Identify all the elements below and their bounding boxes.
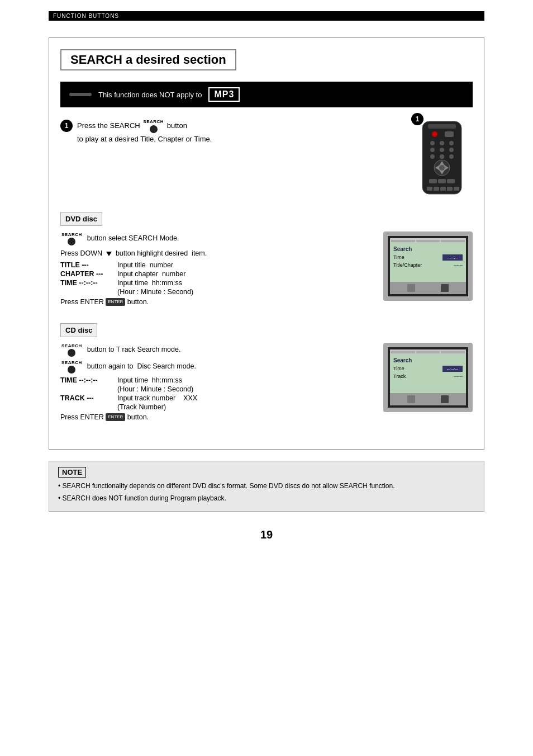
dvd-chapter-row: CHAPTER --- Input chapter number: [60, 270, 370, 278]
svg-point-7: [430, 148, 435, 152]
svg-point-12: [449, 154, 454, 159]
cd-enter-row: Press ENTER ENTER button.: [60, 412, 370, 423]
dvd-label: DVD disc: [60, 212, 102, 226]
note-item-2: • SEARCH does NOT function during Progra…: [58, 493, 475, 503]
mp3-notice-icon: [69, 93, 92, 96]
cd-enter-icon: ENTER: [106, 413, 125, 421]
cd-screen-time-row: Time --:--:--: [393, 366, 463, 372]
note-label: NOTE: [58, 467, 86, 478]
enter-icon: ENTER: [106, 298, 125, 306]
dvd-screen-time-row: Time --:--:--: [393, 254, 463, 261]
dvd-tv-screen: Search Time --:--:-- Title/Chapter -----…: [390, 243, 466, 282]
dvd-search-icon: [68, 238, 75, 245]
dvd-row: SEARCH button select SEARCH Mode. Press …: [60, 231, 473, 310]
cd-label: CD disc: [60, 323, 97, 337]
dvd-info: SEARCH button select SEARCH Mode. Press …: [60, 231, 370, 310]
cd-tv-ctrl-left: [407, 395, 415, 403]
cd-line1: SEARCH button to T rack Search mode.: [60, 343, 370, 357]
section-title: SEARCH a desired section: [60, 49, 236, 70]
cd-search-wrap2: SEARCH: [61, 360, 82, 374]
cd-tv-ctrl-right: [441, 395, 449, 403]
step1-row: 1 Press the SEARCH SEARCH button to play…: [60, 119, 473, 199]
cd-info: SEARCH button to T rack Search mode. SEA…: [60, 343, 370, 425]
dvd-section: DVD disc SEARCH button select SEARCH Mod…: [60, 212, 473, 310]
remote-control-image: 1: [417, 119, 473, 199]
dvd-screen: Search Time --:--:-- Title/Chapter -----…: [383, 231, 473, 301]
cd-search-icon1: [68, 349, 75, 357]
svg-point-9: [449, 148, 454, 152]
header-bar: FUNCTION BUTTONS: [49, 11, 484, 21]
svg-rect-24: [440, 187, 446, 191]
dvd-enter-row: Press ENTER ENTER button.: [60, 297, 370, 308]
cd-search-icon2: [68, 366, 75, 374]
down-arrow-icon: [106, 252, 112, 256]
search-button-icon1: [150, 125, 158, 133]
tv-ctrl-left: [407, 284, 415, 292]
step1-circle: 1: [60, 120, 73, 132]
page-number: 19: [260, 528, 273, 541]
svg-point-5: [440, 141, 444, 145]
svg-rect-1: [428, 124, 456, 129]
remote-step-badge: 1: [411, 113, 423, 125]
svg-rect-19: [429, 179, 437, 183]
header-label: FUNCTION BUTTONS: [53, 13, 119, 19]
svg-point-8: [440, 148, 444, 152]
dvd-line2: Press DOWN button highlight desired item…: [60, 248, 370, 259]
cd-track-note-row: (Track Number): [60, 403, 370, 411]
cd-line2: SEARCH button again to Disc Search mode.: [60, 360, 370, 374]
dvd-tv-frame: Search Time --:--:-- Title/Chapter -----…: [383, 231, 473, 301]
cd-screen: Search Time --:--:-- Track ------: [383, 343, 473, 412]
svg-point-6: [449, 141, 454, 145]
dvd-time-row: TIME --:--:-- Input time hh:mm:ss: [60, 279, 370, 287]
svg-rect-22: [427, 187, 432, 191]
svg-point-4: [430, 141, 435, 145]
svg-point-2: [432, 131, 437, 137]
dvd-screen-title: Search: [393, 246, 463, 252]
cd-tv-frame: Search Time --:--:-- Track ------: [383, 343, 473, 412]
svg-rect-3: [445, 131, 454, 137]
svg-rect-25: [447, 187, 453, 191]
cd-time-row: TIME --:--:-- Input time hh:mm:ss: [60, 376, 370, 384]
mp3-badge: MP3: [208, 87, 240, 102]
step1-text: Press the SEARCH SEARCH button to play a…: [77, 119, 406, 145]
svg-rect-26: [454, 187, 459, 191]
cd-screen-track-row: Track ------: [393, 374, 463, 379]
note-section: NOTE • SEARCH functionality depends on d…: [49, 461, 484, 512]
dvd-title-row: TITLE --- Input title number: [60, 261, 370, 269]
remote-svg: [417, 119, 467, 197]
svg-rect-20: [438, 179, 446, 183]
cd-tv-screen: Search Time --:--:-- Track ------: [390, 354, 466, 393]
note-item-1: • SEARCH functionality depends on differ…: [58, 481, 475, 491]
step1-line2: to play at a desired Title, Chapter or T…: [77, 135, 212, 143]
cd-section: CD disc SEARCH button to T rack Search m…: [60, 323, 473, 425]
step1-line1: Press the SEARCH SEARCH button: [77, 121, 187, 130]
svg-point-10: [430, 154, 435, 159]
svg-point-11: [440, 154, 444, 159]
cd-row: SEARCH button to T rack Search mode. SEA…: [60, 343, 473, 425]
dvd-line1: SEARCH button select SEARCH Mode.: [60, 231, 370, 246]
svg-point-18: [439, 165, 445, 171]
cd-track-row: TRACK --- Input track number XXX: [60, 394, 370, 402]
cd-time-note-row: (Hour : Minute : Second): [60, 385, 370, 393]
dvd-time-note-row: (Hour : Minute : Second): [60, 288, 370, 296]
main-card: SEARCH a desired section This function d…: [49, 37, 484, 450]
search-icon-wrap1: SEARCH: [143, 119, 164, 134]
svg-rect-23: [434, 187, 439, 191]
dvd-screen-title-row: Title/Chapter ------: [393, 262, 463, 268]
svg-rect-21: [447, 179, 455, 183]
cd-screen-title: Search: [393, 357, 463, 363]
mp3-notice-text: This function does NOT apply to: [98, 91, 202, 99]
tv-ctrl-right: [441, 284, 449, 292]
dvd-search-wrap: SEARCH: [61, 231, 82, 246]
mp3-notice: This function does NOT apply to MP3: [60, 82, 473, 107]
cd-search-wrap1: SEARCH: [61, 343, 82, 357]
